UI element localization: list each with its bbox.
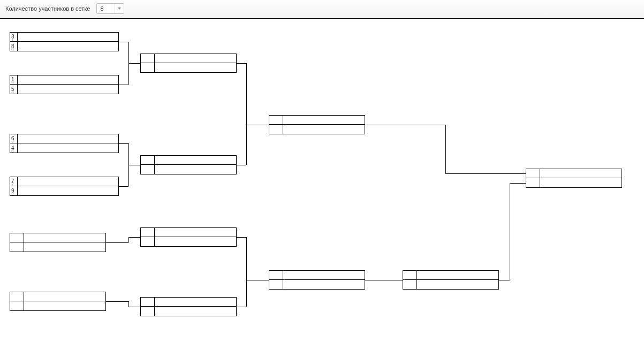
seed-cell: [141, 54, 155, 63]
player-cell: [417, 280, 498, 289]
seed-cell: [141, 307, 155, 316]
seed-cell: [269, 271, 283, 279]
match-row: [140, 63, 237, 73]
player-cell: [283, 271, 365, 279]
seed-sub: 5: [11, 80, 14, 85]
bracket-match-r1-3[interactable]: 6 3 4 6: [10, 134, 119, 153]
match-row: [269, 270, 365, 280]
bracket-match-r1-2[interactable]: 1 5 5 4: [10, 75, 119, 94]
player-cell: [283, 125, 365, 134]
seed-cell: [141, 63, 155, 72]
seed-cell: [10, 292, 24, 301]
bracket-match-l2-1[interactable]: [140, 227, 237, 247]
player-cell: [18, 134, 118, 143]
seed-sub: 1: [11, 37, 14, 42]
seed-sub: 2: [11, 192, 14, 196]
bracket-match-r1-1[interactable]: 3 1 8 8: [10, 32, 119, 51]
player-cell: [18, 85, 118, 94]
match-row: [403, 270, 499, 280]
seed-cell: 9 2: [10, 186, 18, 195]
match-row: [10, 233, 106, 242]
match-row: [269, 115, 365, 125]
bracket-match-l1-2[interactable]: [10, 292, 106, 311]
match-row: [140, 165, 237, 174]
player-cell: [155, 63, 236, 72]
seed-cell: 1 5: [10, 75, 18, 84]
match-row: 9 2: [10, 186, 119, 196]
bracket-area: 3 1 8 8 1 5 5 4: [0, 19, 644, 340]
seed-cell: [526, 178, 540, 187]
seed-cell: [10, 233, 24, 242]
player-cell: [417, 271, 498, 279]
player-cell: [18, 186, 118, 195]
bracket-match-l1-1[interactable]: [10, 233, 106, 252]
player-cell: [540, 178, 622, 187]
match-row: [269, 280, 365, 290]
player-cell: [18, 42, 118, 51]
seed-sub: 7: [11, 182, 14, 187]
player-cell: [155, 228, 236, 237]
player-cell: [283, 116, 365, 124]
seed-cell: 5 4: [10, 85, 18, 94]
match-row: [526, 178, 622, 188]
match-row: [10, 301, 106, 311]
match-row: [140, 237, 237, 247]
bracket-match-r2-1[interactable]: [140, 54, 237, 73]
seed-sub: 6: [11, 149, 14, 154]
player-cell: [283, 280, 365, 289]
player-cell: [155, 165, 236, 174]
player-cell: [18, 177, 118, 186]
participants-label: Количество участников в сетке: [5, 5, 90, 12]
player-cell: [24, 233, 105, 242]
seed-cell: [526, 169, 540, 178]
seed-cell: [269, 116, 283, 124]
seed-cell: [141, 165, 155, 174]
match-row: [526, 169, 622, 178]
match-row: [403, 280, 499, 290]
match-row: 7 7: [10, 177, 119, 186]
match-row: [140, 307, 237, 316]
match-row: 5 4: [10, 85, 119, 94]
player-cell: [155, 307, 236, 316]
bracket-match-wf[interactable]: [269, 115, 365, 134]
match-row: 4 6: [10, 143, 119, 153]
bracket-match-l3[interactable]: [269, 270, 365, 290]
bracket-match-final[interactable]: [526, 169, 622, 188]
match-row: 1 5: [10, 75, 119, 85]
seed-cell: 6 3: [10, 134, 18, 143]
player-cell: [24, 242, 105, 252]
seed-cell: [10, 301, 24, 310]
seed-sub: 3: [11, 139, 14, 144]
match-row: 6 3: [10, 134, 119, 143]
match-row: [140, 227, 237, 237]
match-row: 8 8: [10, 42, 119, 51]
bracket-match-l4[interactable]: [403, 270, 499, 290]
seed-cell: 7 7: [10, 177, 18, 186]
seed-cell: [10, 242, 24, 252]
player-cell: [18, 33, 118, 41]
bracket-match-r1-4[interactable]: 7 7 9 2: [10, 177, 119, 196]
seed-sub: 4: [11, 90, 14, 95]
match-row: [269, 125, 365, 134]
match-row: [140, 54, 237, 63]
seed-cell: 3 1: [10, 33, 18, 41]
seed-cell: [269, 280, 283, 289]
seed-cell: 8 8: [10, 42, 18, 51]
player-cell: [18, 75, 118, 84]
bracket-match-l2-2[interactable]: [140, 297, 237, 316]
match-row: [140, 155, 237, 165]
player-cell: [24, 292, 105, 301]
participants-select[interactable]: 8: [96, 3, 124, 14]
player-cell: [155, 237, 236, 246]
seed-cell: [141, 237, 155, 246]
match-row: 3 1: [10, 32, 119, 42]
topbar: Количество участников в сетке 8: [0, 0, 644, 19]
bracket-match-r2-2[interactable]: [140, 155, 237, 174]
match-row: [10, 292, 106, 301]
player-cell: [155, 298, 236, 306]
seed-cell: [141, 228, 155, 237]
player-cell: [24, 301, 105, 310]
seed-cell: [141, 298, 155, 306]
player-cell: [540, 169, 622, 178]
player-cell: [18, 143, 118, 153]
